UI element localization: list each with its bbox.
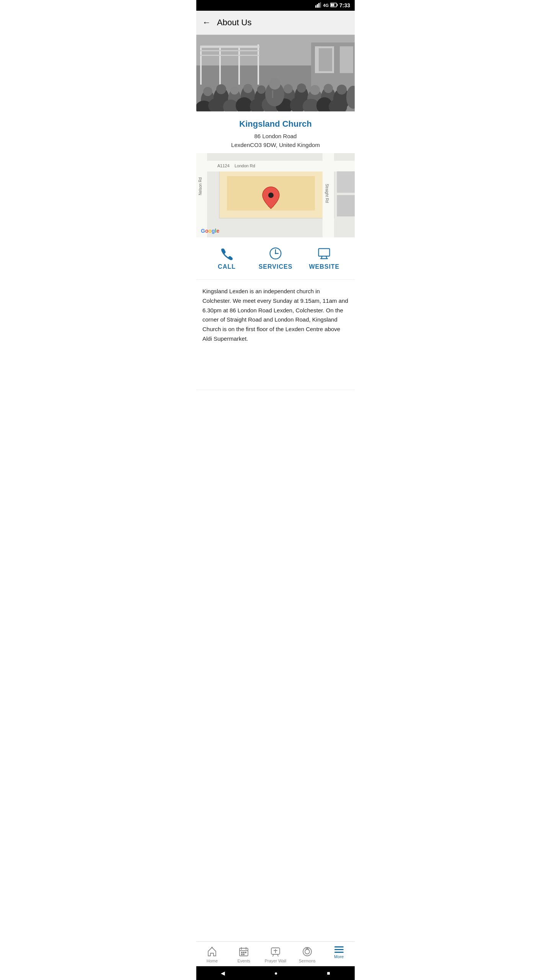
svg-rect-16 (200, 55, 259, 56)
services-button[interactable]: SERVICES (251, 247, 300, 270)
svg-rect-11 (219, 46, 221, 85)
svg-rect-5 (337, 4, 337, 6)
website-button[interactable]: WEBSITE (300, 247, 349, 270)
svg-rect-1 (317, 4, 318, 8)
svg-text:Google: Google (201, 228, 219, 234)
svg-point-45 (216, 84, 226, 94)
svg-point-51 (297, 83, 306, 93)
svg-text:Straight Rd: Straight Rd (325, 184, 329, 203)
svg-rect-15 (200, 50, 259, 51)
svg-point-53 (324, 84, 333, 93)
svg-rect-69 (337, 195, 355, 216)
page-title: About Us (217, 18, 252, 28)
hero-image (196, 35, 355, 111)
svg-rect-2 (318, 3, 320, 8)
status-icons: 4G 7:33 (315, 2, 350, 9)
call-label: CALL (218, 263, 236, 270)
svg-point-48 (257, 85, 266, 94)
church-name: Kingsland Church (202, 119, 349, 129)
time: 7:33 (339, 2, 350, 8)
svg-point-56 (269, 78, 280, 90)
church-address: 86 London Road LexdenCO3 9DW, United Kin… (202, 132, 349, 149)
phone-icon (220, 247, 234, 260)
svg-rect-20 (340, 46, 353, 73)
svg-rect-0 (315, 5, 316, 8)
website-label: WEBSITE (309, 263, 339, 270)
svg-point-54 (337, 85, 347, 95)
action-buttons: CALL SERVICES WEBSITE (196, 237, 355, 280)
svg-text:A1124: A1124 (217, 163, 230, 168)
status-bar: 4G 7:33 (196, 0, 355, 11)
services-clock-icon (269, 247, 282, 260)
back-button[interactable]: ← (202, 18, 211, 28)
svg-rect-3 (320, 2, 321, 8)
church-description: Kingsland Lexden is an independent churc… (196, 280, 355, 390)
svg-rect-19 (319, 48, 332, 71)
svg-point-46 (230, 86, 239, 95)
svg-rect-77 (319, 248, 330, 256)
svg-point-44 (203, 87, 212, 96)
address-line2: LexdenCO3 9DW, United Kingdom (202, 141, 349, 150)
services-label: SERVICES (259, 263, 293, 270)
svg-rect-68 (337, 172, 355, 193)
svg-point-50 (284, 84, 293, 93)
svg-rect-57 (272, 90, 273, 98)
svg-point-47 (243, 84, 253, 93)
svg-rect-10 (200, 46, 202, 85)
network-label: 4G (323, 3, 329, 8)
header: ← About Us (196, 11, 355, 35)
svg-text:London Rd: London Rd (235, 163, 255, 168)
svg-rect-12 (238, 46, 240, 85)
map-container[interactable]: A1124 London Rd Straight Rd Nelson Rd Go… (196, 153, 355, 237)
svg-point-52 (310, 85, 320, 95)
call-button[interactable]: CALL (202, 247, 251, 270)
svg-rect-14 (200, 46, 259, 48)
battery-icon (330, 3, 338, 8)
svg-rect-6 (331, 3, 334, 6)
church-info: Kingsland Church 86 London Road LexdenCO… (196, 111, 355, 153)
svg-point-76 (275, 253, 276, 254)
svg-text:Nelson Rd: Nelson Rd (198, 177, 202, 195)
address-line1: 86 London Road (202, 132, 349, 141)
svg-point-71 (268, 193, 274, 198)
monitor-icon (317, 247, 331, 260)
signal-icon (315, 2, 321, 9)
